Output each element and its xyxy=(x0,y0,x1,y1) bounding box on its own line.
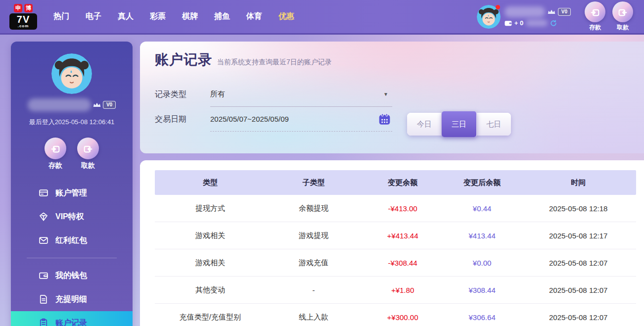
table-cell-type: 游戏相关 xyxy=(155,258,266,268)
quick-range-button[interactable]: 今日 xyxy=(407,113,442,136)
wallet-icon xyxy=(39,271,48,280)
nav-item[interactable]: 彩票 xyxy=(149,8,167,25)
quick-range-group: 今日三日七日 xyxy=(407,113,511,136)
last-login-text: 最后登入2025-05-08 12:06:41 xyxy=(11,118,133,127)
chevron-down-icon: ▼ xyxy=(383,92,388,97)
deposit-label: 存款 xyxy=(48,161,62,170)
crown-icon xyxy=(93,102,101,108)
sidebar-withdraw-button[interactable]: 取款 xyxy=(77,138,99,170)
table-body: 提现方式余额提现-¥413.00¥0.442025-05-08 12:18游戏相… xyxy=(155,195,636,326)
sidebar-item-wallet[interactable]: 我的钱包 xyxy=(11,264,133,287)
withdraw-label: 取款 xyxy=(617,23,629,32)
table-cell-time: 2025-05-08 12:17 xyxy=(520,232,636,240)
sidebar-item-document[interactable]: 充提明细 xyxy=(11,287,133,311)
logo-badge-left: 申 xyxy=(14,4,22,12)
logo-box: 7V .com xyxy=(9,13,37,30)
crown-icon xyxy=(548,9,555,15)
user-avatar[interactable] xyxy=(477,5,501,29)
table-row: 其他变动-+¥1.80¥308.442025-05-08 12:07 xyxy=(155,277,636,304)
main-content: 账户记录 当前系统支持查询最近7日的账户记录 记录类型 所有 ▼ 交易日期 20… xyxy=(140,42,644,326)
wallet-mini-icon xyxy=(505,20,512,26)
sidebar-item-label: 账户管理 xyxy=(55,188,87,198)
table-cell-after: ¥0.44 xyxy=(444,204,521,213)
table-header-cell: 类型 xyxy=(155,178,266,187)
sidebar-actions: 存款 取款 xyxy=(11,138,133,170)
logo-badge-right: 博 xyxy=(24,4,33,12)
nav-item[interactable]: 优惠 xyxy=(277,8,295,25)
sidebar-avatar[interactable] xyxy=(51,53,92,94)
deposit-icon xyxy=(45,138,66,159)
sidebar-vip-badge: V0 xyxy=(103,101,116,109)
table-cell-change: -¥413.00 xyxy=(362,204,443,213)
balance-plus-text: + 0 xyxy=(514,19,523,27)
sidebar-item-label: 账户记录 xyxy=(55,318,87,326)
diamond-icon xyxy=(39,212,48,222)
withdraw-icon xyxy=(612,1,633,22)
table-row: 提现方式余额提现-¥413.00¥0.442025-05-08 12:18 xyxy=(155,195,636,222)
nav-item[interactable]: 体育 xyxy=(245,8,263,25)
record-type-select[interactable]: 所有 ▼ xyxy=(210,82,392,107)
calendar-icon[interactable] xyxy=(378,113,391,126)
user-info: V0 + 0 xyxy=(505,6,571,27)
date-range-label: 交易日期 xyxy=(155,114,210,125)
table-cell-time: 2025-05-08 12:07 xyxy=(520,259,636,267)
navbar-right: V0 + 0 存款 xyxy=(477,1,644,32)
card-icon xyxy=(39,188,48,198)
table-cell-change: +¥300.00 xyxy=(362,313,443,322)
table-cell-type: 游戏相关 xyxy=(155,231,266,240)
sidebar-item-label: 红利红包 xyxy=(55,235,87,246)
sidebar-item-label: VIP特权 xyxy=(55,212,84,222)
withdraw-icon xyxy=(77,138,99,159)
logo-text: 7V xyxy=(9,14,37,24)
date-range-input[interactable]: 2025/05/07~2025/05/09 xyxy=(210,107,392,132)
date-range-value: 2025/05/07~2025/05/09 xyxy=(210,115,289,123)
sidebar-deposit-button[interactable]: 存款 xyxy=(45,138,66,170)
table-header-cell: 时间 xyxy=(520,178,636,187)
sidebar-item-diamond[interactable]: VIP特权 xyxy=(11,205,133,229)
page-subtitle: 当前系统支持查询最近7日的账户记录 xyxy=(217,58,332,67)
quick-range-button[interactable]: 三日 xyxy=(442,111,476,137)
record-type-label: 记录类型 xyxy=(155,90,210,100)
refresh-balance-icon[interactable] xyxy=(550,20,557,27)
document-icon xyxy=(39,294,48,304)
sidebar-item-card[interactable]: 账户管理 xyxy=(11,181,133,205)
nav-item[interactable]: 棋牌 xyxy=(181,8,199,25)
table-header-row: 类型子类型变更余额变更后余额时间 xyxy=(155,170,636,195)
withdraw-button[interactable]: 取款 xyxy=(612,1,633,32)
date-range-row: 交易日期 2025/05/07~2025/05/09 xyxy=(155,107,644,132)
sidebar-username-blurred xyxy=(28,98,91,111)
clipboard-icon xyxy=(39,318,48,326)
nav-item[interactable]: 热门 xyxy=(52,8,70,25)
table-header-cell: 变更余额 xyxy=(362,178,443,187)
nav-item[interactable]: 捕鱼 xyxy=(213,8,231,25)
table-cell-subtype: 线上入款 xyxy=(266,313,362,322)
sidebar-menu: 账户管理VIP特权红利红包我的钱包充提明细账户记录 xyxy=(11,181,133,326)
sidebar-item-envelope[interactable]: 红利红包 xyxy=(11,229,133,252)
table-cell-type: 充值类型/充值型别 xyxy=(155,313,266,322)
nav-item[interactable]: 电子 xyxy=(85,8,102,25)
site-logo[interactable]: 申 博 7V .com xyxy=(9,4,38,30)
avatar-image xyxy=(51,53,92,94)
table-header-cell: 子类型 xyxy=(266,178,362,187)
page-title: 账户记录 xyxy=(155,50,212,69)
record-type-row: 记录类型 所有 ▼ xyxy=(155,82,644,107)
nav-item[interactable]: 真人 xyxy=(117,8,135,25)
table-cell-after: ¥0.00 xyxy=(444,259,521,267)
deposit-button[interactable]: 存款 xyxy=(585,1,605,32)
logo-suffix: .com xyxy=(9,24,37,28)
records-filter-card: 账户记录 当前系统支持查询最近7日的账户记录 记录类型 所有 ▼ 交易日期 20… xyxy=(140,42,644,153)
envelope-icon xyxy=(39,235,48,245)
sidebar-name-row: V0 xyxy=(11,98,133,112)
quick-range-button[interactable]: 七日 xyxy=(477,113,511,136)
sidebar-item-clipboard[interactable]: 账户记录 xyxy=(11,311,133,326)
deposit-label: 存款 xyxy=(589,23,601,32)
records-table-card: 类型子类型变更余额变更后余额时间 提现方式余额提现-¥413.00¥0.4420… xyxy=(140,160,644,326)
vip-level-badge: V0 xyxy=(558,8,571,16)
table-row: 游戏相关游戏充值-¥308.44¥0.002025-05-08 12:07 xyxy=(155,249,636,277)
logo-badges: 申 博 xyxy=(14,4,33,12)
table-cell-after: ¥306.64 xyxy=(444,313,521,322)
top-navbar: 申 博 7V .com 热门电子真人彩票棋牌捕鱼体育优惠 xyxy=(0,0,644,35)
sidebar-item-label: 我的钱包 xyxy=(55,271,87,281)
table-cell-after: ¥413.44 xyxy=(444,232,521,240)
table-header-cell: 变更后余额 xyxy=(444,178,521,187)
